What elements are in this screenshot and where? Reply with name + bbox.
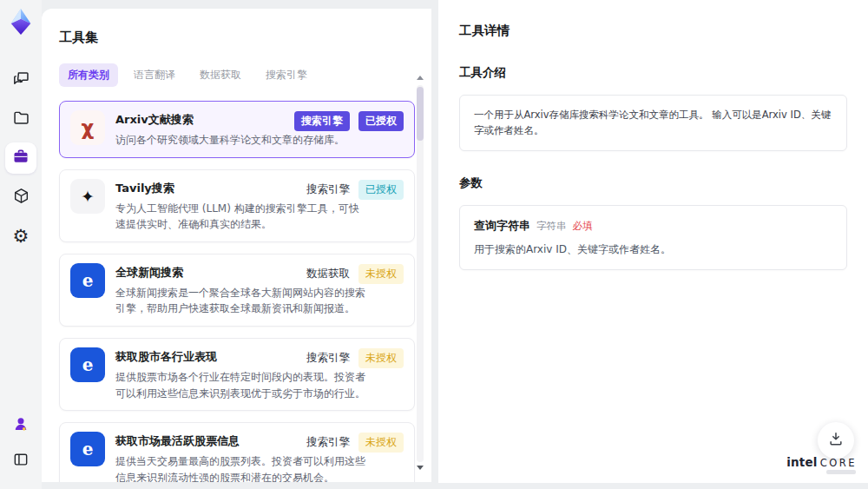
tab-data-fetch[interactable]: 数据获取 xyxy=(191,63,250,87)
chat-icon xyxy=(12,69,30,91)
sidebar-item-tools[interactable] xyxy=(5,142,36,174)
tool-card-sector-performance[interactable]: e 获取股市各行业表现 提供股票市场各个行业在特定时间段内的表现。投资者可以利用… xyxy=(59,338,415,411)
param-type: 字符串 xyxy=(536,220,567,233)
tool-intro-text: 一个用于从Arxiv存储库搜索科学论文和文章的工具。 输入可以是Arxiv ID… xyxy=(474,109,831,136)
news-provider-icon: e xyxy=(70,263,105,298)
param-name: 查询字符串 xyxy=(474,218,530,234)
tool-card-list: χ Arxiv文献搜索 访问各个研究领域大量科学论文和文章的存储库。 搜索引擎 … xyxy=(59,101,415,482)
intel-core-logo: intel core xyxy=(786,455,857,469)
gear-icon: ⚙ xyxy=(13,228,30,246)
tab-all-categories[interactable]: 所有类别 xyxy=(59,63,118,87)
sidebar-item-settings[interactable]: ⚙ xyxy=(5,221,36,252)
params-heading: 参数 xyxy=(459,175,847,191)
tool-card-arxiv[interactable]: χ Arxiv文献搜索 访问各个研究领域大量科学论文和文章的存储库。 搜索引擎 … xyxy=(59,101,415,158)
scrollbar-down-arrow[interactable] xyxy=(417,466,424,470)
sidebar-item-models[interactable] xyxy=(5,182,36,213)
parameter-card: 查询字符串 字符串 必填 用于搜索的Arxiv ID、关键字或作者姓名。 xyxy=(459,205,847,270)
avatar-person-icon xyxy=(12,415,30,436)
tool-card-active-stocks[interactable]: e 获取市场最活跃股票信息 提供当天交易量最高的股票列表。投资者可以利用这些信息… xyxy=(59,422,415,482)
scrollbar-up-arrow[interactable] xyxy=(417,76,424,80)
tools-list-panel: 工具集 所有类别 语言翻译 数据获取 搜索引擎 χ Arxiv文献搜索 访问各个… xyxy=(42,9,431,482)
auth-status-badge: 未授权 xyxy=(358,433,404,453)
intel-logo-sub-mark xyxy=(826,470,856,474)
sidebar-item-files[interactable] xyxy=(5,103,36,135)
tool-category: 搜索引擎 xyxy=(306,435,350,450)
tavily-star-icon: ✦ xyxy=(70,179,105,214)
tool-details-panel: 工具详情 工具介绍 一个用于从Arxiv存储库搜索科学论文和文章的工具。 输入可… xyxy=(438,0,868,483)
intro-heading: 工具介绍 xyxy=(459,65,847,81)
param-desc: 用于搜索的Arxiv ID、关键字或作者姓名。 xyxy=(474,242,832,257)
details-title: 工具详情 xyxy=(459,23,847,39)
tool-category: 搜索引擎 xyxy=(306,351,350,366)
tool-card-tavily[interactable]: ✦ Tavily搜索 专为人工智能代理 (LLM) 构建的搜索引擎工具，可快速提… xyxy=(59,169,415,242)
core-wordmark: core xyxy=(820,457,857,469)
tool-desc: 访问各个研究领域大量科学论文和文章的存储库。 xyxy=(115,132,365,149)
tab-search-engine[interactable]: 搜索引擎 xyxy=(257,63,316,87)
scrollbar-thumb[interactable] xyxy=(417,87,424,141)
scrollbar-track[interactable] xyxy=(417,85,424,462)
tool-desc: 全球新闻搜索是一个聚合全球各大新闻网站内容的搜索引擎，帮助用户快速获取全球最新资… xyxy=(115,285,365,317)
sidebar-bottom xyxy=(5,413,36,489)
category-tabs: 所有类别 语言翻译 数据获取 搜索引擎 xyxy=(59,63,431,87)
finance-provider-icon: e xyxy=(70,347,105,382)
tool-card-global-news[interactable]: e 全球新闻搜索 全球新闻搜索是一个聚合全球各大新闻网站内容的搜索引擎，帮助用户… xyxy=(59,254,415,327)
arxiv-logo-icon: χ xyxy=(70,110,105,145)
auth-status-badge: 已授权 xyxy=(358,180,404,200)
tool-desc: 专为人工智能代理 (LLM) 构建的搜索引擎工具，可快速提供实时、准确和真实的结… xyxy=(115,201,365,233)
collapse-panel-button[interactable] xyxy=(5,446,36,477)
tool-category: 数据获取 xyxy=(306,267,350,281)
briefcase-icon xyxy=(12,148,30,169)
finance-provider-icon: e xyxy=(70,432,105,466)
folder-icon xyxy=(12,109,30,130)
auth-status-badge: 未授权 xyxy=(358,348,404,368)
app-logo-icon xyxy=(6,7,36,36)
download-button[interactable] xyxy=(818,422,854,459)
tab-language-translation[interactable]: 语言翻译 xyxy=(125,63,184,87)
download-icon xyxy=(827,430,845,451)
auth-status-badge: 未授权 xyxy=(358,264,404,284)
tool-desc: 提供股票市场各个行业在特定时间段内的表现。投资者可以利用这些信息来识别表现优于或… xyxy=(115,369,365,401)
page-title: 工具集 xyxy=(59,30,431,46)
panel-layout-icon xyxy=(12,451,30,472)
category-badge: 搜索引擎 xyxy=(294,111,350,131)
app-sidebar: ⚙ xyxy=(0,0,42,489)
tool-category: 搜索引擎 xyxy=(306,182,350,197)
intel-wordmark: intel xyxy=(786,455,817,469)
param-required-badge: 必填 xyxy=(573,220,593,233)
sidebar-item-chat[interactable] xyxy=(5,64,36,96)
auth-status-badge: 已授权 xyxy=(358,111,404,131)
cube-icon xyxy=(12,187,30,208)
tool-intro-card: 一个用于从Arxiv存储库搜索科学论文和文章的工具。 输入可以是Arxiv ID… xyxy=(459,95,847,151)
user-avatar[interactable] xyxy=(5,413,36,438)
tool-desc: 提供当天交易量最高的股票列表。投资者可以利用这些信息来识别流动性强的股票和潜在的… xyxy=(115,453,365,482)
